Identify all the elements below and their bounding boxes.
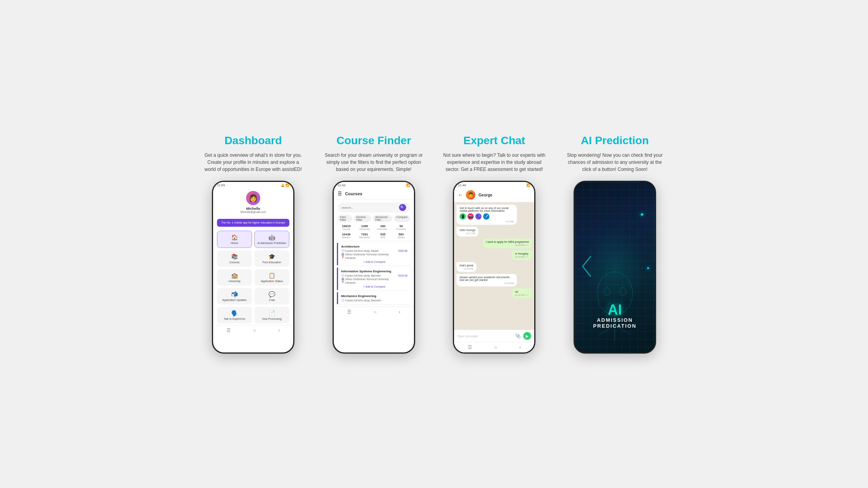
cf-nav-menu[interactable]: ☰ xyxy=(347,309,351,315)
chat-back-icon[interactable]: ← xyxy=(458,192,463,198)
nav-home-icon[interactable]: ○ xyxy=(253,328,256,333)
cf-status-time: 11:42 xyxy=(338,183,346,187)
generic-filter[interactable]: Generic Filter xyxy=(354,215,371,222)
ai-screen: AI ADMISSION PREDICATION xyxy=(575,182,655,352)
dash-item-visa[interactable]: 📄 Visa Processing xyxy=(254,307,289,323)
cf-nav-back[interactable]: ‹ xyxy=(399,309,400,315)
courses-label: Courses xyxy=(229,261,239,264)
viber-icon[interactable]: 📞 xyxy=(475,213,482,220)
cf-search-bar[interactable]: 🔍 xyxy=(338,202,410,213)
chat-nav-menu[interactable]: ☰ xyxy=(468,345,472,350)
university-icon: 🏫 xyxy=(231,272,238,279)
ai-label: AI Admission Prediction xyxy=(257,242,287,244)
chat-input-bar: Type message 📎 ▶ xyxy=(454,330,534,342)
nav-menu-icon[interactable]: ☰ xyxy=(226,328,231,333)
dash-item-appstatus[interactable]: 📋 Application Status xyxy=(254,269,289,286)
course-finder-desc: Search for your dream university or prog… xyxy=(319,152,429,173)
expert-chat-desc: Not sure where to begin? Talk to our exp… xyxy=(439,152,549,173)
visa-label: Visa Processing xyxy=(262,317,281,320)
dash-item-education[interactable]: 🎓 Free Education xyxy=(254,250,289,267)
ai-main-text: AI xyxy=(593,303,637,317)
dash-item-ai[interactable]: 🤖 AI Admission Prediction xyxy=(254,231,289,248)
appupdates-icon: 📬 xyxy=(231,291,238,297)
cf-status-bar: 11:42 📶 xyxy=(334,182,414,188)
cf-search-input[interactable] xyxy=(342,206,397,209)
cf-menu-icon[interactable]: ☰ xyxy=(338,191,342,196)
dash-item-appupdates[interactable]: 📬 Application Updates xyxy=(217,288,252,305)
course-card-me[interactable]: Mechanics Engineering 🕐 4 years full tim… xyxy=(337,292,411,304)
home-icon: 🏠 xyxy=(231,234,238,240)
stat-countries: 56 Countries xyxy=(392,224,410,230)
expert-name: George xyxy=(478,193,492,197)
msg-1: Get in touch with us on any of our socia… xyxy=(456,205,517,225)
cf-stats-row2: 10436 Masters 7261 Bachelors 535 PhD 583… xyxy=(334,233,414,241)
expert-chat-screen: 11:40 📶 ← 👨 George Get in touch with us … xyxy=(454,182,534,352)
ai-prediction-title: AI Prediction xyxy=(581,134,649,147)
expert-avatar: 👨 xyxy=(466,190,475,200)
phone-navbar: ☰ ○ ‹ xyxy=(213,325,293,336)
dash-header: 👩 Michelle Michelle@gmail.com xyxy=(213,188,293,216)
cf-nav-home[interactable]: ○ xyxy=(374,309,377,315)
compare-filter[interactable]: Compare xyxy=(394,215,410,222)
ai-sub-text1: ADMISSION xyxy=(593,317,637,323)
attachment-icon[interactable]: 📎 xyxy=(515,333,521,339)
course-finder-section: Course Finder Search for your dream univ… xyxy=(319,134,429,354)
chat-icon: 💬 xyxy=(268,291,275,297)
expert-chat-title: Expert Chat xyxy=(463,134,525,147)
chat-status-time: 11:40 xyxy=(458,183,466,187)
appstatus-label: Application Status xyxy=(261,280,283,283)
msg-7: ok 02:22 PM ✓✓ xyxy=(512,288,532,298)
user-name: Michelle xyxy=(246,207,260,211)
cf-status-icons: 📶 xyxy=(406,183,410,187)
chat-label: Chat xyxy=(269,299,275,301)
send-button[interactable]: ▶ xyxy=(523,332,531,340)
home-label: Home xyxy=(231,242,238,244)
ai-prediction-desc: Stop wondering! Now you can check find y… xyxy=(560,152,670,173)
stat-course: 18815 Course xyxy=(338,224,355,230)
whatsapp-icon[interactable]: 📱 xyxy=(460,213,466,220)
course-card-architecture[interactable]: Architecture 🕐 5 years full time study, … xyxy=(337,243,411,265)
chat-header: ← 👨 George xyxy=(454,188,534,202)
user-avatar: 👩 xyxy=(246,191,260,205)
msg-2: hello George 01:17 PM xyxy=(456,227,478,237)
stat-others: 583 Others xyxy=(392,233,410,238)
ai-sub-text2: PREDICATION xyxy=(593,323,637,329)
chat-input-placeholder[interactable]: Type message xyxy=(457,334,513,338)
ai-dot-top xyxy=(641,213,643,216)
user-email: Michelle@gmail.com xyxy=(241,211,266,213)
chat-nav-home[interactable]: ○ xyxy=(494,345,497,350)
stat-freeedu: 280 Free Edu... xyxy=(374,224,392,230)
cf-navbar: ☰ ○ ‹ xyxy=(334,306,414,317)
cf-search-button[interactable]: 🔍 xyxy=(399,204,406,211)
chat-nav-back[interactable]: ‹ xyxy=(519,345,521,350)
add-compare-arch[interactable]: + Add to Compare xyxy=(341,261,408,263)
dash-item-home[interactable]: 🏠 Home xyxy=(217,231,252,248)
course-finder-screen: 11:42 📶 ☰ Courses 🔍 Fees Filter Generic … xyxy=(334,182,414,352)
expert-label: Talk to Expert/Uni xyxy=(224,317,245,320)
dash-item-university[interactable]: 🏫 University xyxy=(217,269,252,286)
nav-back-icon[interactable]: ‹ xyxy=(278,328,280,333)
chat-status-bar: 11:40 📶 xyxy=(454,182,534,188)
dash-grid: 🏠 Home 🤖 AI Admission Prediction 📚 Cours… xyxy=(213,229,293,325)
advanced-filter[interactable]: Advanced Filter xyxy=(373,215,392,222)
dashboard-section: Dashboard Get a quick overview of what's… xyxy=(198,134,308,354)
msg-6: please upload your academic documents an… xyxy=(456,274,517,286)
course-card-ise[interactable]: Information Systems Engineering 🕐 4 year… xyxy=(337,268,411,290)
expert-chat-section: Expert Chat Not sure where to begin? Tal… xyxy=(439,134,549,354)
add-compare-ise[interactable]: + Add to Compare xyxy=(341,285,408,288)
instagram-icon[interactable]: 📷 xyxy=(467,213,474,220)
dash-item-chat[interactable]: 💬 Chat xyxy=(254,288,289,305)
other-icon[interactable]: ✈️ xyxy=(483,213,489,220)
cf-header: ☰ Courses xyxy=(334,188,414,200)
dashboard-phone: 11:53 🔔 📶 👩 Michelle Michelle@gmail.com … xyxy=(212,181,294,354)
dash-item-courses[interactable]: 📚 Courses xyxy=(217,250,252,267)
page-container: Dashboard Get a quick overview of what's… xyxy=(198,134,670,354)
status-time: 11:53 xyxy=(217,183,225,187)
visa-icon: 📄 xyxy=(268,310,275,316)
expert-icon: 🗣️ xyxy=(231,310,238,316)
course-finder-phone: 11:42 📶 ☰ Courses 🔍 Fees Filter Generic … xyxy=(333,181,415,354)
dash-item-expert[interactable]: 🗣️ Talk to Expert/Uni xyxy=(217,307,252,323)
fees-filter[interactable]: Fees Filter xyxy=(338,215,352,222)
chat-navbar: ☰ ○ ‹ xyxy=(454,342,534,352)
chat-status-icons: 📶 xyxy=(526,183,530,187)
